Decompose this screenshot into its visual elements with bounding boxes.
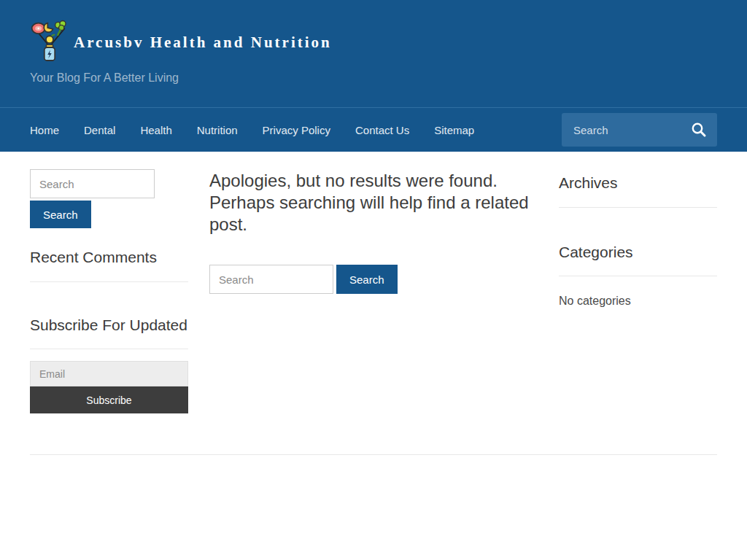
- email-field[interactable]: [30, 361, 188, 386]
- divider: [30, 349, 188, 349]
- sidebar-search-form: Search: [30, 169, 188, 228]
- right-sidebar: Archives Categories No categories: [559, 169, 717, 308]
- divider: [559, 207, 717, 208]
- footer-divider: [30, 454, 717, 455]
- no-categories-text: No categories: [559, 295, 717, 308]
- main-navigation: Home Dental Health Nutrition Privacy Pol…: [0, 107, 747, 152]
- nav-item-home[interactable]: Home: [30, 108, 59, 152]
- site-tagline: Your Blog For A Better Living: [30, 71, 717, 85]
- site-title: Arcusbv Health and Nutrition: [74, 34, 332, 52]
- recent-comments-heading: Recent Comments: [30, 249, 188, 266]
- left-sidebar: Search Recent Comments Subscribe For Upd…: [30, 169, 188, 413]
- subscribe-heading: Subscribe For Updated: [30, 316, 188, 334]
- nav-item-sitemap[interactable]: Sitemap: [434, 108, 474, 152]
- divider: [559, 276, 717, 276]
- nav-item-dental[interactable]: Dental: [84, 108, 115, 152]
- main-content: Apologies, but no results were found. Pe…: [209, 169, 540, 294]
- categories-heading: Categories: [559, 244, 717, 261]
- nav-search-box: [562, 113, 717, 147]
- site-header: Arcusbv Health and Nutrition Your Blog F…: [0, 0, 747, 107]
- archives-heading: Archives: [559, 174, 717, 192]
- nav-item-contact-us[interactable]: Contact Us: [355, 108, 409, 152]
- subscribe-button[interactable]: Subscribe: [30, 386, 188, 413]
- nav-links: Home Dental Health Nutrition Privacy Pol…: [30, 108, 499, 152]
- sidebar-search-button[interactable]: Search: [30, 201, 91, 228]
- search-icon[interactable]: [691, 122, 707, 138]
- nav-item-nutrition[interactable]: Nutrition: [197, 108, 238, 152]
- nav-item-privacy-policy[interactable]: Privacy Policy: [263, 108, 330, 152]
- sidebar-search-input[interactable]: [30, 169, 155, 198]
- nav-item-health[interactable]: Health: [140, 108, 171, 152]
- content-search-input[interactable]: [209, 265, 333, 294]
- content-search-button[interactable]: Search: [336, 265, 398, 294]
- divider: [30, 281, 188, 282]
- content-search-form: Search: [209, 265, 540, 294]
- no-results-message: Apologies, but no results were found. Pe…: [209, 170, 540, 236]
- site-logo-icon: [30, 20, 69, 62]
- subscribe-form: Subscribe: [30, 361, 188, 413]
